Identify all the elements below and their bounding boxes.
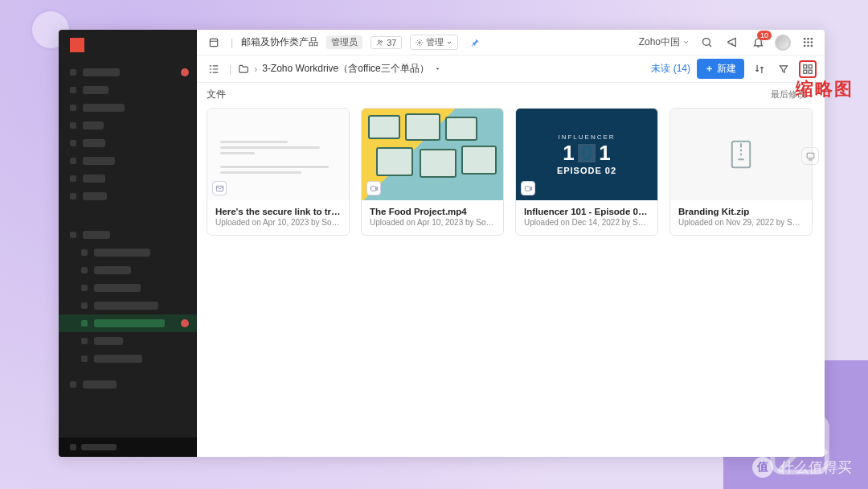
mail-type-icon [212, 181, 227, 195]
file-thumbnail [207, 109, 349, 200]
topbar: | 邮箱及协作类产品 管理员 37 管理 Zoho中国 [197, 30, 825, 55]
file-grid: Here's the secure link to tran... Upload… [197, 103, 825, 240]
notifications-icon[interactable]: 10 [749, 34, 767, 51]
file-thumbnail: INFLUENCER 101 EPISODE 02 [516, 109, 657, 200]
nav-subitem-active[interactable] [59, 314, 197, 332]
file-subtitle: Uploaded on Apr 10, 2023 by Sofia Del... [215, 218, 341, 227]
files-label: 文件 [207, 88, 226, 101]
file-title: Influencer 101 - Episode 02.... [524, 207, 649, 216]
svg-rect-24 [807, 153, 814, 158]
nav-item[interactable] [59, 81, 197, 99]
watermark: 值 什么值得买 [752, 457, 852, 478]
nav-item[interactable] [59, 376, 197, 393]
watermark-badge: 值 [752, 457, 773, 478]
svg-point-14 [807, 45, 809, 47]
plus-icon [705, 64, 714, 73]
svg-point-9 [810, 38, 813, 40]
avatar[interactable] [775, 35, 791, 51]
file-card[interactable]: INFLUENCER 101 EPISODE 02 Influencer 101… [515, 108, 658, 236]
file-thumbnail [362, 109, 503, 200]
toolbar: | › 3-Zoho Workdrive（含office三个单品） 未读 (14… [197, 55, 825, 83]
role-badge: 管理员 [326, 35, 362, 49]
nav-item[interactable] [59, 134, 197, 152]
nav-item[interactable] [59, 152, 197, 170]
svg-rect-21 [371, 186, 375, 191]
breadcrumb-folder-name: 3-Zoho Workdrive（含office三个单品） [262, 62, 429, 76]
file-title: The Food Project.mp4 [370, 207, 495, 216]
nav-item[interactable] [59, 99, 197, 117]
file-meta: Influencer 101 - Episode 02.... Uploaded… [516, 200, 657, 235]
manage-dropdown[interactable]: 管理 [410, 35, 458, 50]
watermark-text: 什么值得买 [780, 458, 852, 477]
new-button[interactable]: 新建 [697, 59, 744, 79]
unread-filter[interactable]: 未读 (14) [651, 62, 690, 76]
file-subtitle: Uploaded on Apr 10, 2023 by Sofia Del... [370, 218, 495, 227]
video-type-icon [366, 181, 381, 195]
svg-point-7 [803, 38, 805, 40]
sidebar-footer[interactable] [59, 438, 197, 457]
app-window: | 邮箱及协作类产品 管理员 37 管理 Zoho中国 [59, 30, 825, 457]
chevron-right-icon: › [254, 64, 257, 75]
svg-point-8 [807, 38, 809, 40]
pin-icon[interactable] [466, 34, 484, 51]
nav-item[interactable] [59, 226, 197, 244]
nav-item[interactable] [59, 64, 197, 81]
svg-point-6 [702, 39, 710, 46]
nav-group [59, 223, 197, 397]
nav-subitem[interactable] [59, 261, 197, 279]
filter-icon[interactable] [775, 60, 792, 78]
nav-subitem[interactable] [59, 350, 197, 368]
file-subtitle: Uploaded on Nov 29, 2022 by Samuel ... [678, 218, 804, 227]
file-title: Branding Kit.zip [678, 207, 804, 216]
sidebar [59, 30, 197, 457]
file-card[interactable]: The Food Project.mp4 Uploaded on Apr 10,… [361, 108, 504, 236]
rail-widget-icon[interactable] [801, 147, 819, 165]
file-meta: Here's the secure link to tran... Upload… [207, 200, 349, 235]
view-grid-toggle[interactable] [799, 60, 817, 78]
region-selector[interactable]: Zoho中国 [639, 35, 690, 49]
right-rail [801, 147, 822, 165]
tree-toggle-icon[interactable] [205, 60, 223, 78]
file-card[interactable]: Branding Kit.zip Uploaded on Nov 29, 202… [669, 108, 813, 236]
file-thumbnail [670, 109, 812, 200]
nav-item[interactable] [59, 117, 197, 134]
nav-group [59, 60, 197, 208]
svg-point-15 [810, 45, 813, 47]
nav-subitem[interactable] [59, 332, 197, 350]
main-content: | 邮箱及协作类产品 管理员 37 管理 Zoho中国 [197, 30, 825, 457]
svg-rect-18 [804, 70, 807, 73]
nav-subitem[interactable] [59, 297, 197, 314]
search-icon[interactable] [698, 34, 715, 51]
file-meta: Branding Kit.zip Uploaded on Nov 29, 202… [670, 200, 812, 235]
file-card[interactable]: Here's the secure link to tran... Upload… [207, 108, 350, 236]
svg-rect-17 [809, 64, 812, 68]
video-type-icon [521, 181, 535, 195]
announce-icon[interactable] [723, 34, 741, 51]
nav-subitem[interactable] [59, 279, 197, 297]
app-logo[interactable] [70, 38, 84, 52]
svg-point-3 [379, 40, 381, 43]
members-count[interactable]: 37 [371, 36, 402, 49]
svg-rect-16 [804, 64, 807, 68]
svg-point-10 [803, 41, 805, 43]
nav-subitem[interactable] [59, 244, 197, 261]
apps-grid-icon[interactable] [799, 34, 817, 51]
sort-icon[interactable] [751, 60, 768, 78]
svg-rect-2 [210, 39, 217, 46]
folder-icon [238, 64, 249, 75]
file-meta: The Food Project.mp4 Uploaded on Apr 10,… [362, 200, 503, 235]
svg-point-11 [807, 41, 809, 43]
breadcrumb[interactable]: › 3-Zoho Workdrive（含office三个单品） [238, 62, 441, 76]
svg-point-4 [381, 40, 383, 42]
caret-down-icon [434, 65, 441, 72]
svg-point-12 [810, 41, 813, 43]
nav-item[interactable] [59, 187, 197, 205]
home-icon[interactable] [205, 34, 223, 51]
section-header: 文件 最后修改 [197, 83, 825, 103]
svg-point-13 [803, 45, 805, 47]
product-title: 邮箱及协作类产品 [241, 35, 318, 49]
file-subtitle: Uploaded on Dec 14, 2022 by Sofia Del... [524, 218, 649, 227]
nav-item[interactable] [59, 170, 197, 187]
notification-count: 10 [757, 31, 772, 40]
svg-rect-19 [809, 70, 812, 73]
